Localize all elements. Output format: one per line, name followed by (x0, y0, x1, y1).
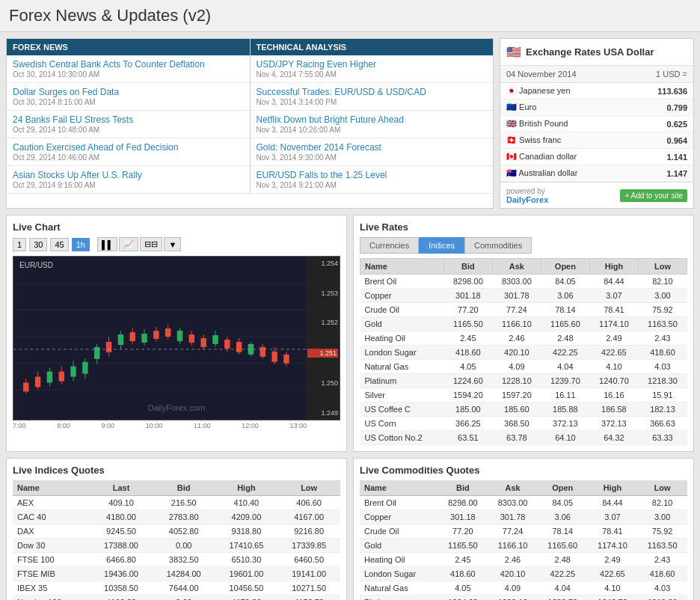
table-cell: 1228.10 (488, 596, 538, 601)
svg-rect-28 (153, 331, 159, 339)
exchange-date-row: 04 November 2014 1 USD = (500, 66, 693, 83)
chart-type-line[interactable]: 📈 (119, 237, 138, 251)
news-date: Oct 29, 2014 9:16:00 AM (13, 181, 244, 189)
table-cell: 1163.50 (637, 539, 687, 553)
news-link[interactable]: Netflix Down but Bright Future Ahead (257, 114, 404, 125)
table-cell: Brent Oil (360, 275, 444, 289)
table-cell: 2.43 (638, 331, 687, 346)
table-cell: 4.03 (637, 581, 687, 596)
table-cell: 4.10 (589, 360, 638, 374)
news-date: Oct 29, 2014 10:46:00 AM (13, 153, 244, 162)
chart-panel: Live Chart 1 30 45 1h ▌▌ 📈 ⊟⊟ ▼ EUR/USD (6, 215, 347, 452)
table-cell: Heating Oil (360, 331, 444, 346)
table-cell: 2.45 (438, 553, 488, 567)
table-cell: 75.92 (638, 303, 687, 317)
table-row: Crude Oil77.2077.2478.1478.4175.92 (360, 524, 687, 539)
table-cell: 8298.00 (443, 275, 492, 289)
indices-table: NameLastBidHighLow AEX409.10216.50410.40… (13, 480, 340, 600)
chart-type-options[interactable]: ▼ (164, 237, 181, 251)
tab-commodities[interactable]: Commodities (464, 237, 532, 254)
table-cell: 2.49 (589, 331, 638, 346)
news-date: Oct 30, 2014 8:15:00 AM (13, 98, 244, 106)
table-cell: 1594.20 (443, 388, 492, 402)
chart-area: EUR/USD (13, 256, 340, 420)
table-cell: 1218.30 (638, 374, 687, 388)
table-cell: 418.60 (637, 567, 687, 581)
table-cell: 17339.85 (277, 539, 340, 553)
currency-rate: 113.636 (629, 83, 693, 100)
table-cell: 2.46 (492, 331, 541, 346)
table-cell: 77.24 (488, 524, 538, 539)
svg-rect-18 (94, 347, 99, 359)
news-link[interactable]: 24 Banks Fail EU Stress Tests (13, 114, 133, 125)
table-cell: FTSE 100 (13, 553, 90, 567)
currency-name: 🇬🇧 British Pound (500, 116, 629, 132)
table-cell: 422.25 (541, 346, 589, 360)
news-link[interactable]: EUR/USD Falls to the 1.25 Level (257, 170, 387, 180)
table-cell: 63.33 (638, 431, 687, 445)
table-row: Copper301.18301.783.063.073.00 (360, 289, 687, 303)
svg-rect-14 (70, 367, 76, 377)
chart-controls: 1 30 45 1h ▌▌ 📈 ⊟⊟ ▼ (13, 237, 340, 251)
chart-type-bar[interactable]: ▌▌ (97, 237, 118, 251)
news-link[interactable]: Dollar Surges on Fed Data (13, 87, 119, 97)
table-cell: IBEX 35 (13, 581, 90, 596)
table-cell: 82.10 (638, 275, 687, 289)
news-link[interactable]: Gold: November 2014 Forecast (257, 142, 381, 153)
forex-news-col: FOREX NEWS Swedish Central Bank Acts To … (7, 39, 250, 194)
news-item: Asian Stocks Up After U.S. RallyOct 29, … (7, 166, 250, 194)
news-link[interactable]: Asian Stocks Up After U.S. Rally (13, 170, 142, 180)
chart-watermark: DailyForex.com (148, 403, 205, 412)
table-cell: Crude Oil (360, 524, 438, 539)
exchange-row: 🇯🇵 Japanese yen113.636 (500, 83, 693, 100)
chart-type-candle[interactable]: ⊟⊟ (140, 237, 162, 251)
chart-btn-30[interactable]: 30 (29, 238, 47, 251)
table-cell: 4.10 (588, 581, 638, 596)
tab-currencies[interactable]: Currencies (360, 237, 419, 254)
add-site-button[interactable]: + Add to your site (620, 189, 687, 202)
svg-rect-42 (236, 342, 242, 352)
chart-btn-1h[interactable]: 1h (72, 238, 90, 251)
svg-rect-24 (129, 332, 135, 341)
table-header: Low (637, 480, 687, 496)
svg-rect-30 (165, 328, 171, 337)
news-link[interactable]: USD/JPY Racing Even Higher (257, 59, 377, 70)
table-cell: 14284.00 (153, 567, 215, 581)
chart-btn-45[interactable]: 45 (50, 238, 68, 251)
table-row: London Sugar418.60420.10422.25422.65418.… (360, 567, 687, 581)
news-link[interactable]: Successful Trades: EUR/USD & USD/CAD (257, 87, 426, 97)
table-cell: 4052.80 (153, 524, 215, 539)
forex-news-header: FOREX NEWS (7, 39, 250, 55)
table-cell: 6510.30 (215, 553, 278, 567)
table-cell: 84.05 (538, 496, 588, 510)
currency-name: 🇦🇺 Australian dollar (500, 165, 629, 182)
dailyforex-link[interactable]: DailyForex (506, 195, 548, 204)
table-row: Platinum1224.601228.101239.701240.701218… (360, 374, 687, 388)
news-date: Nov 4, 2014 7:55:00 AM (257, 70, 488, 79)
table-cell: 7644.00 (153, 581, 215, 596)
table-cell: 8303.00 (488, 496, 538, 510)
page-title: Forex News & Updates (v2) (0, 0, 700, 32)
table-cell: Platinum (360, 374, 444, 388)
svg-rect-48 (271, 352, 277, 362)
news-item: USD/JPY Racing Even HigherNov 4, 2014 7:… (251, 55, 494, 83)
svg-rect-50 (283, 355, 289, 364)
table-cell: 1597.20 (492, 388, 541, 402)
exchange-row: 🇬🇧 British Pound0.625 (500, 116, 693, 132)
table-cell: Heating Oil (360, 553, 438, 567)
chart-y-axis: 1.254 1.253 1.252 1.251 1.250 1.249 (306, 257, 340, 420)
table-cell: 19436.00 (90, 567, 153, 581)
table-cell: Nasdaq 100 (13, 596, 90, 601)
news-link[interactable]: Swedish Central Bank Acts To Counter Def… (13, 59, 205, 70)
tab-indices[interactable]: Indices (419, 237, 464, 254)
table-cell: 78.41 (588, 524, 638, 539)
chart-btn-1[interactable]: 1 (13, 238, 26, 251)
table-cell: 366.63 (638, 417, 687, 431)
table-cell: 422.25 (538, 567, 588, 581)
news-link[interactable]: Caution Exercised Ahead of Fed Decision (13, 142, 178, 153)
rates-table: Name Bid Ask Open High Low Brent Oil8298… (360, 258, 687, 445)
table-cell: 8303.00 (492, 275, 541, 289)
table-cell: 4.05 (438, 581, 488, 596)
table-cell: 19601.00 (215, 567, 278, 581)
news-date: Nov 3, 2014 3:14:00 PM (257, 98, 488, 106)
